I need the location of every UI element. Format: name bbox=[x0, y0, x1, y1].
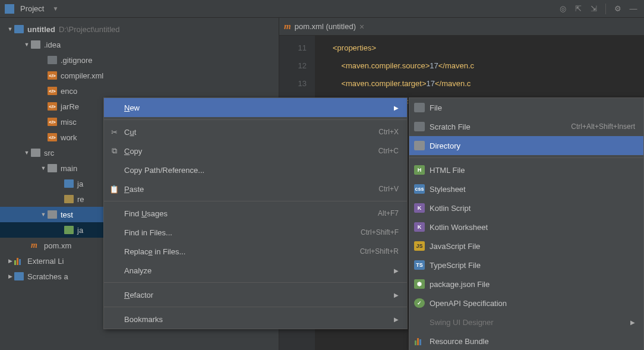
chevron-down-icon[interactable] bbox=[39, 165, 48, 171]
root-name: untitled bbox=[27, 25, 55, 34]
bundle-icon bbox=[414, 336, 425, 346]
menu-bookmarks[interactable]: Bookmarks ▶ bbox=[104, 310, 407, 329]
folder-icon bbox=[64, 179, 74, 188]
hide-icon[interactable]: — bbox=[627, 3, 639, 15]
folder-icon bbox=[48, 164, 57, 172]
submenu-package-json[interactable]: ⬢ package.json File bbox=[409, 275, 643, 294]
close-icon[interactable]: × bbox=[359, 22, 364, 31]
html-icon: H bbox=[414, 165, 425, 175]
file-icon bbox=[414, 103, 425, 112]
menu-replace-in-files[interactable]: Replace in Files... Ctrl+Shift+R bbox=[104, 242, 407, 261]
xml-icon: </> bbox=[48, 87, 57, 95]
chevron-right-icon: ▶ bbox=[394, 316, 399, 323]
submenu-openapi[interactable]: ✓ OpenAPI Specification bbox=[409, 294, 643, 313]
project-label[interactable]: Project bbox=[20, 4, 44, 13]
copy-icon: ⧉ bbox=[109, 146, 119, 156]
context-menu: New ▶ ✂ Cut Ctrl+X ⧉ Copy Ctrl+C Copy Pa… bbox=[103, 97, 408, 329]
locate-icon[interactable]: ◎ bbox=[557, 3, 569, 15]
menu-cut[interactable]: ✂ Cut Ctrl+X bbox=[104, 122, 407, 141]
tree-file-gitignore[interactable]: .gitignore bbox=[0, 52, 279, 68]
menu-copy-path[interactable]: Copy Path/Reference... bbox=[104, 160, 407, 179]
menu-refactor[interactable]: Refactor ▶ bbox=[104, 285, 407, 304]
folder-icon bbox=[14, 25, 24, 33]
collapse-all-icon[interactable]: ⇲ bbox=[588, 3, 599, 15]
xml-icon: </> bbox=[48, 118, 57, 126]
folder-icon bbox=[64, 195, 74, 203]
js-icon: JS bbox=[414, 241, 425, 251]
submenu-stylesheet[interactable]: css Stylesheet bbox=[409, 179, 643, 198]
xml-icon: </> bbox=[48, 102, 57, 111]
css-icon: css bbox=[414, 184, 425, 194]
gear-icon[interactable]: ⚙ bbox=[612, 3, 624, 15]
chevron-right-icon[interactable] bbox=[6, 273, 14, 279]
menu-separator bbox=[409, 157, 643, 158]
menu-find-usages[interactable]: Find Usages Alt+F7 bbox=[104, 204, 407, 223]
folder-icon bbox=[414, 141, 425, 150]
folder-icon bbox=[31, 40, 40, 49]
project-toolbar: Project ▼ ◎ ⇱ ⇲ ⚙ — bbox=[0, 0, 644, 18]
submenu-directory[interactable]: Directory bbox=[409, 136, 643, 155]
menu-analyze[interactable]: Analyze ▶ bbox=[104, 261, 407, 280]
xml-icon: </> bbox=[48, 133, 57, 141]
chevron-down-icon[interactable] bbox=[6, 26, 14, 32]
folder-icon bbox=[64, 226, 74, 234]
kotlin-icon: K bbox=[414, 222, 425, 232]
submenu-resource-bundle[interactable]: Resource Bundle bbox=[409, 332, 643, 350]
toolbar-separator bbox=[605, 4, 606, 14]
tree-idea-folder[interactable]: .idea bbox=[0, 37, 279, 52]
menu-find-in-files[interactable]: Find in Files... Ctrl+Shift+F bbox=[104, 223, 407, 242]
scratch-icon bbox=[414, 122, 425, 131]
submenu-file[interactable]: File bbox=[409, 98, 643, 117]
chevron-right-icon: ▶ bbox=[394, 267, 399, 274]
editor-tabs: m pom.xml (untitled) × bbox=[279, 18, 644, 36]
maven-icon: m bbox=[284, 21, 291, 31]
scratches-icon bbox=[14, 272, 24, 280]
submenu-kotlin-worksheet[interactable]: K Kotlin Worksheet bbox=[409, 217, 643, 237]
tree-file-enco[interactable]: </> enco bbox=[0, 83, 279, 99]
expand-all-icon[interactable]: ⇱ bbox=[572, 3, 584, 15]
menu-copy[interactable]: ⧉ Copy Ctrl+C bbox=[104, 141, 407, 160]
paste-icon: 📋 bbox=[109, 185, 119, 194]
new-submenu: File Scratch File Ctrl+Alt+Shift+Insert … bbox=[409, 97, 644, 350]
submenu-html-file[interactable]: H HTML File bbox=[409, 160, 643, 179]
submenu-typescript-file[interactable]: TS TypeScript File bbox=[409, 256, 643, 275]
library-icon bbox=[14, 257, 24, 265]
ts-icon: TS bbox=[414, 260, 425, 270]
chevron-right-icon: ▶ bbox=[394, 292, 399, 298]
chevron-right-icon: ▶ bbox=[394, 105, 399, 111]
project-dropdown-icon[interactable]: ▼ bbox=[52, 5, 58, 12]
menu-separator bbox=[104, 282, 407, 283]
submenu-javascript-file[interactable]: JS JavaScript File bbox=[409, 237, 643, 256]
maven-icon: m bbox=[31, 241, 40, 250]
chevron-down-icon[interactable] bbox=[23, 42, 31, 48]
menu-separator bbox=[104, 307, 407, 307]
json-icon: ⬢ bbox=[414, 279, 425, 289]
chevron-down-icon[interactable] bbox=[39, 212, 48, 217]
menu-separator bbox=[104, 201, 407, 201]
kotlin-icon: K bbox=[414, 203, 425, 213]
menu-separator bbox=[104, 119, 407, 120]
project-icon bbox=[5, 4, 14, 14]
cut-icon: ✂ bbox=[109, 128, 119, 137]
chevron-right-icon[interactable] bbox=[6, 258, 14, 264]
tree-file-compiler[interactable]: </> compiler.xml bbox=[0, 68, 279, 83]
submenu-kotlin-script[interactable]: K Kotlin Script bbox=[409, 198, 643, 217]
folder-icon bbox=[31, 149, 40, 157]
file-icon bbox=[48, 56, 57, 64]
chevron-down-icon[interactable] bbox=[23, 150, 31, 156]
menu-new[interactable]: New ▶ bbox=[104, 98, 407, 117]
xml-icon: </> bbox=[48, 71, 57, 80]
folder-icon bbox=[48, 210, 57, 219]
openapi-icon: ✓ bbox=[414, 298, 425, 308]
editor-tab-pom[interactable]: m pom.xml (untitled) × bbox=[279, 18, 369, 35]
chevron-right-icon: ▶ bbox=[630, 319, 635, 326]
root-path: D:\Project\untitled bbox=[59, 25, 120, 34]
submenu-swing-designer[interactable]: Swing UI Designer ▶ bbox=[409, 313, 643, 332]
submenu-scratch-file[interactable]: Scratch File Ctrl+Alt+Shift+Insert bbox=[409, 117, 643, 136]
tree-root[interactable]: untitled D:\Project\untitled bbox=[0, 21, 279, 37]
menu-paste[interactable]: 📋 Paste Ctrl+V bbox=[104, 179, 407, 198]
